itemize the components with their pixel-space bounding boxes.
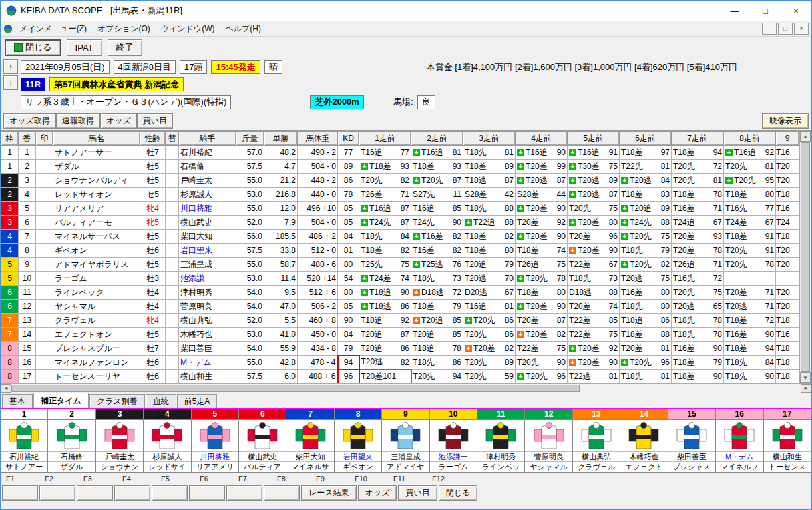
scroll-left-arrow[interactable]: ◄ bbox=[1, 384, 11, 393]
silks-cell[interactable]: 6横山武史バルティア bbox=[239, 409, 286, 472]
horse-row[interactable]: 12ザダル牡5石橋脩57.54.7504 - 089+T18差93T18差93T… bbox=[1, 160, 799, 174]
horse-row[interactable]: 815プレシャスブルー牡7柴田善臣54.055.9434 - 879T20追86… bbox=[1, 342, 799, 356]
maximize-button[interactable]: □ bbox=[750, 1, 781, 21]
flash-fetch-button[interactable]: 速報取得 bbox=[56, 113, 100, 129]
mdi-minimize-button[interactable]: – bbox=[762, 23, 777, 35]
mdi-close-button[interactable]: × bbox=[794, 23, 809, 35]
horse-row[interactable]: 611ラインベック牡4津村明秀54.09.5512 + 680+T18追90+D… bbox=[1, 286, 799, 300]
race-result-button[interactable]: レース結果 bbox=[301, 485, 357, 501]
video-button[interactable]: 映像表示 bbox=[762, 113, 809, 129]
vertical-scrollbar[interactable]: ▲ ▼ bbox=[799, 131, 811, 383]
horse-row[interactable]: 714エフェクトオン牡5木幡巧也53.041.0450 - 084T20追87T… bbox=[1, 328, 799, 342]
menu-item[interactable]: ウィンドウ(W) bbox=[156, 22, 220, 35]
column-header: 7走前 bbox=[672, 132, 724, 146]
race-score: 73 bbox=[609, 274, 618, 283]
scroll-down-arrow[interactable]: ▼ bbox=[800, 372, 811, 383]
fkey-blank-button[interactable] bbox=[226, 485, 262, 501]
horse-row[interactable]: 36バルティアーモ牝5横山武史52.07.9504 - 085+T24先87T2… bbox=[1, 216, 799, 230]
horizontal-scrollbar[interactable]: ◄ ► bbox=[1, 383, 811, 393]
horse-row[interactable]: 713クラヴェル牝4横山典弘52.05.5460 + 890T18追92+T20… bbox=[1, 314, 799, 328]
fkey-blank-button[interactable] bbox=[2, 485, 38, 501]
close-window-button[interactable]: 閉じる bbox=[5, 39, 61, 56]
minimize-button[interactable]: — bbox=[719, 1, 750, 21]
ipat-button[interactable]: IPAT bbox=[67, 39, 102, 56]
silks-cell[interactable]: 8岩田望来ギベオン bbox=[335, 409, 382, 472]
next-race-button[interactable]: ↓ bbox=[3, 75, 18, 90]
tab-last5[interactable]: 前5走A bbox=[177, 394, 218, 408]
fkey-blank-button[interactable] bbox=[189, 485, 225, 501]
silks-cell[interactable]: 9三浦皇成アドマイヤ bbox=[382, 409, 429, 472]
kaime-fkey-button[interactable]: 買い目 bbox=[398, 485, 437, 501]
silks-horse-name: マイネルサ bbox=[286, 461, 333, 472]
silks-cell[interactable]: 16M・デムマイネルフ bbox=[716, 409, 763, 472]
silks-cell[interactable]: 3戸崎圭太ショウナン bbox=[96, 409, 144, 472]
past-race-content: T20逃71 bbox=[724, 300, 775, 313]
exit-button[interactable]: 終了 bbox=[108, 39, 142, 56]
kaime-button[interactable]: 買い目 bbox=[137, 113, 173, 129]
silks-jockey-name: 横山典弘 bbox=[573, 451, 620, 462]
past-race-partial-cell: T18 bbox=[776, 314, 799, 328]
silks-cell[interactable]: 1石川裕紀サトノアー bbox=[1, 409, 48, 472]
menu-item[interactable]: メインメニュー(Z) bbox=[14, 22, 92, 35]
fkey-blank-button[interactable] bbox=[114, 485, 150, 501]
horse-row[interactable]: 612ヤシャマル牡4菅原明良54.047.0506 - 285+T18逃86T1… bbox=[1, 300, 799, 314]
close-button[interactable]: × bbox=[781, 1, 811, 21]
close-fkey-button[interactable]: 閉じる bbox=[439, 485, 478, 501]
horizontal-scroll-track[interactable] bbox=[11, 384, 801, 393]
horse-row[interactable]: 23ショウナンバルディ牡5戸崎圭太55.021.2448 - 286T20先82… bbox=[1, 174, 799, 188]
horse-row[interactable]: 11サトノアーサー牡7石川裕紀57.048.2490 - 277T16追77+T… bbox=[1, 146, 799, 160]
past-race-content: T20差101 bbox=[360, 370, 411, 383]
silks-cell[interactable]: 12菅原明良ヤシャマル bbox=[525, 409, 572, 472]
race-score: 72 bbox=[453, 288, 461, 297]
horse-row[interactable]: 47マイネルサーパス牡5柴田大知56.0185.5486 + 284T18先84… bbox=[1, 230, 799, 244]
tab-adjusted-time[interactable]: 補正タイム bbox=[33, 393, 89, 408]
race-label: T20差 bbox=[578, 357, 600, 368]
horse-number-cell: 8 bbox=[19, 244, 36, 258]
odds-fetch-button[interactable]: オッズ取得 bbox=[3, 113, 56, 129]
jockey-cell: 横山武史 bbox=[179, 216, 236, 230]
prev-race-button[interactable]: ↑ bbox=[3, 59, 18, 74]
silks-cell[interactable]: 4杉原誠人レッドサイ bbox=[144, 409, 191, 472]
horse-row[interactable]: 24レッドサイオンセ5杉原誠人53.0216.8440 - 078T26差71S… bbox=[1, 188, 799, 202]
horse-row[interactable]: 510ラーゴム牡3池添謙一53.011.4520 +1454+T24差74T18… bbox=[1, 272, 799, 286]
tab-basic[interactable]: 基本 bbox=[2, 394, 33, 408]
past-race-cell: T18差78 bbox=[672, 188, 724, 202]
silks-cell[interactable]: 13横山典弘クラヴェル bbox=[573, 409, 620, 472]
vertical-scroll-thumb[interactable] bbox=[801, 142, 810, 372]
odds-button[interactable]: オッズ bbox=[100, 113, 137, 129]
silks-cell[interactable]: 10池添謙一ラーゴム bbox=[430, 409, 477, 472]
improve-marker-icon: + bbox=[517, 373, 524, 380]
fkey-blank-button[interactable] bbox=[77, 485, 113, 501]
race-label: T16追 bbox=[526, 147, 548, 158]
race-label: T26追 bbox=[517, 259, 539, 270]
fkey-blank-button[interactable] bbox=[152, 485, 188, 501]
fkey-blank-button[interactable] bbox=[39, 485, 75, 501]
menu-item[interactable]: オプション(O) bbox=[92, 22, 156, 35]
past-race-content: T16差90 bbox=[672, 342, 723, 355]
horse-row[interactable]: 48ギベオン牡6岩田望来57.533.8512 - 081T18差82T16差8… bbox=[1, 244, 799, 258]
silks-cell[interactable]: 15柴田善臣プレシャス bbox=[668, 409, 716, 472]
mdi-restore-button[interactable]: □ bbox=[778, 23, 793, 35]
silks-cell[interactable]: 14木幡巧也エフェクト bbox=[620, 409, 668, 472]
scroll-up-arrow[interactable]: ▲ bbox=[800, 131, 811, 142]
tab-class-results[interactable]: クラス別着 bbox=[89, 394, 145, 408]
past-race-partial-cell: T18 bbox=[776, 342, 799, 356]
odds-fkey-button[interactable]: オッズ bbox=[358, 485, 397, 501]
menu-item[interactable]: ヘルプ(H) bbox=[220, 22, 266, 35]
past-race-cell: T20先75 bbox=[568, 202, 620, 216]
silks-cell[interactable]: 17横山和生トーセンス bbox=[764, 409, 811, 472]
silks-cell[interactable]: 2石橋脩ザダル bbox=[48, 409, 95, 472]
tab-bloodline[interactable]: 血統 bbox=[146, 394, 176, 408]
past-race-content: T18差80 bbox=[724, 188, 775, 201]
fkey-blank-button[interactable] bbox=[264, 485, 300, 501]
scroll-right-arrow[interactable]: ► bbox=[801, 384, 811, 393]
main-toolbar: 閉じる IPAT 終了 bbox=[1, 37, 811, 58]
horse-row[interactable]: 35リアアメリア牝4川田将雅55.012.0496 +1085+T16追87T1… bbox=[1, 202, 799, 216]
horse-row[interactable]: 59アドマイヤポラリス牡5三浦皇成55.058.7480 - 680T25先75… bbox=[1, 258, 799, 272]
silks-cell[interactable]: 11津村明秀ラインベッ bbox=[477, 409, 525, 472]
silks-cell[interactable]: 7柴田大知マイネルサ bbox=[286, 409, 334, 472]
horizontal-scroll-thumb[interactable] bbox=[11, 385, 580, 392]
horse-row[interactable]: 817トーセンスーリヤ牡6横山和生57.56.0488 + 696T20差101… bbox=[1, 370, 799, 384]
horse-row[interactable]: 816マイネルファンロン牡6M・デム55.042.8478 - 494T20逃8… bbox=[1, 356, 799, 370]
silks-cell[interactable]: 5川田将雅リアアメリ bbox=[192, 409, 239, 472]
